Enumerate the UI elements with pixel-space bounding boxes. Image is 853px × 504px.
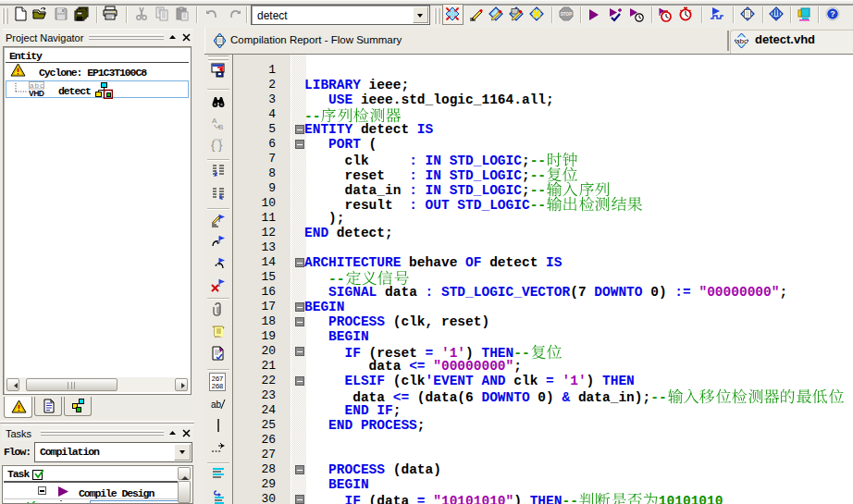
svg-text:abc: abc — [736, 37, 748, 45]
svg-text:STOP: STOP — [561, 12, 572, 17]
svg-text:VHD: VHD — [29, 89, 44, 96]
svg-text:ab: ab — [211, 400, 222, 410]
svg-text:268: 268 — [212, 382, 224, 390]
svg-text:?: ? — [830, 9, 835, 18]
svg-text:A: A — [212, 117, 217, 125]
